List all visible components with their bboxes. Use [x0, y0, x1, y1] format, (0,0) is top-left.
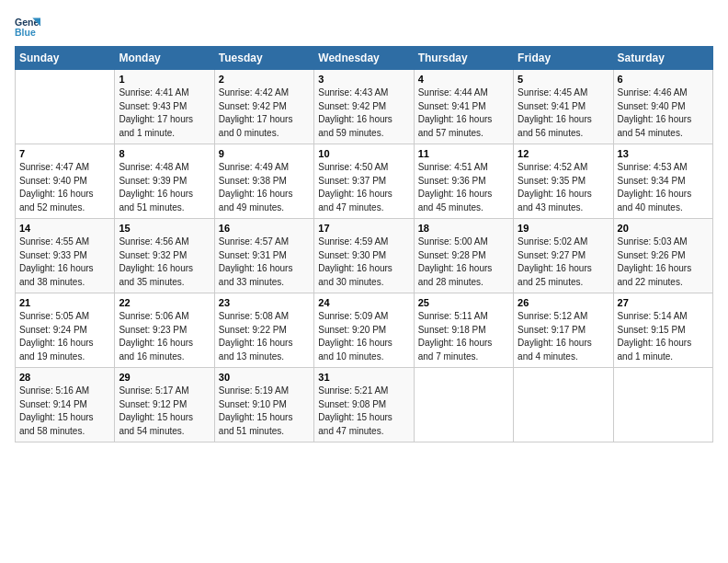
day-number: 17	[318, 223, 409, 234]
day-info: Sunrise: 5:05 AM Sunset: 9:24 PM Dayligh…	[19, 310, 110, 363]
day-number: 15	[119, 223, 210, 234]
day-info: Sunrise: 4:43 AM Sunset: 9:42 PM Dayligh…	[318, 86, 409, 140]
day-info: Sunrise: 5:16 AM Sunset: 9:14 PM Dayligh…	[19, 385, 110, 438]
day-info: Sunrise: 4:59 AM Sunset: 9:30 PM Dayligh…	[318, 236, 409, 289]
calendar-cell	[514, 368, 613, 442]
day-info: Sunrise: 4:47 AM Sunset: 9:40 PM Dayligh…	[19, 161, 110, 214]
calendar-week-5: 28Sunrise: 5:16 AM Sunset: 9:14 PM Dayli…	[16, 368, 713, 442]
day-info: Sunrise: 4:49 AM Sunset: 9:38 PM Dayligh…	[219, 161, 310, 214]
day-info: Sunrise: 4:51 AM Sunset: 9:36 PM Dayligh…	[418, 161, 509, 214]
calendar-cell: 24Sunrise: 5:09 AM Sunset: 9:20 PM Dayli…	[314, 293, 414, 368]
calendar-cell: 27Sunrise: 5:14 AM Sunset: 9:15 PM Dayli…	[613, 293, 712, 368]
day-number: 10	[318, 148, 409, 159]
calendar-cell: 26Sunrise: 5:12 AM Sunset: 9:17 PM Dayli…	[514, 293, 613, 368]
weekday-header-sunday: Sunday	[16, 47, 115, 70]
calendar-cell: 31Sunrise: 5:21 AM Sunset: 9:08 PM Dayli…	[314, 368, 414, 442]
calendar-cell: 22Sunrise: 5:06 AM Sunset: 9:23 PM Dayli…	[115, 293, 214, 368]
calendar-cell: 23Sunrise: 5:08 AM Sunset: 9:22 PM Dayli…	[214, 293, 313, 368]
calendar-week-1: 1Sunrise: 4:41 AM Sunset: 9:43 PM Daylig…	[16, 70, 713, 144]
day-info: Sunrise: 5:08 AM Sunset: 9:22 PM Dayligh…	[219, 310, 310, 363]
day-number: 22	[119, 297, 210, 308]
day-info: Sunrise: 5:19 AM Sunset: 9:10 PM Dayligh…	[219, 385, 310, 438]
calendar-week-3: 14Sunrise: 4:55 AM Sunset: 9:33 PM Dayli…	[16, 219, 713, 293]
calendar-cell: 5Sunrise: 4:45 AM Sunset: 9:41 PM Daylig…	[514, 70, 613, 144]
calendar-week-2: 7Sunrise: 4:47 AM Sunset: 9:40 PM Daylig…	[16, 144, 713, 219]
day-info: Sunrise: 4:53 AM Sunset: 9:34 PM Dayligh…	[618, 161, 709, 214]
calendar-cell: 3Sunrise: 4:43 AM Sunset: 9:42 PM Daylig…	[314, 70, 414, 144]
calendar-cell: 12Sunrise: 4:52 AM Sunset: 9:35 PM Dayli…	[514, 144, 613, 219]
day-info: Sunrise: 5:03 AM Sunset: 9:26 PM Dayligh…	[618, 236, 709, 289]
calendar-week-4: 21Sunrise: 5:05 AM Sunset: 9:24 PM Dayli…	[16, 293, 713, 368]
header-row-days: SundayMondayTuesdayWednesdayThursdayFrid…	[16, 47, 713, 70]
calendar-cell: 29Sunrise: 5:17 AM Sunset: 9:12 PM Dayli…	[115, 368, 214, 442]
calendar-cell: 2Sunrise: 4:42 AM Sunset: 9:42 PM Daylig…	[214, 70, 313, 144]
day-number: 30	[219, 372, 310, 383]
day-number: 27	[618, 297, 709, 308]
day-number: 21	[19, 297, 110, 308]
day-number: 5	[518, 74, 609, 85]
day-info: Sunrise: 4:56 AM Sunset: 9:32 PM Dayligh…	[119, 236, 210, 289]
day-number: 28	[19, 372, 110, 383]
calendar-cell: 30Sunrise: 5:19 AM Sunset: 9:10 PM Dayli…	[214, 368, 313, 442]
calendar-cell: 20Sunrise: 5:03 AM Sunset: 9:26 PM Dayli…	[613, 219, 712, 293]
day-info: Sunrise: 4:48 AM Sunset: 9:39 PM Dayligh…	[119, 161, 210, 214]
day-number: 2	[219, 74, 310, 85]
page-container: General Blue SundayMondayTuesdayWednesda…	[0, 0, 728, 452]
calendar-cell: 10Sunrise: 4:50 AM Sunset: 9:37 PM Dayli…	[314, 144, 414, 219]
day-info: Sunrise: 4:57 AM Sunset: 9:31 PM Dayligh…	[219, 236, 310, 289]
day-number: 16	[219, 223, 310, 234]
day-info: Sunrise: 4:50 AM Sunset: 9:37 PM Dayligh…	[318, 161, 409, 214]
day-number: 13	[618, 148, 709, 159]
calendar-cell: 6Sunrise: 4:46 AM Sunset: 9:40 PM Daylig…	[613, 70, 712, 144]
calendar-cell	[613, 368, 712, 442]
logo: General Blue	[15, 15, 44, 40]
calendar-cell: 16Sunrise: 4:57 AM Sunset: 9:31 PM Dayli…	[214, 219, 313, 293]
day-info: Sunrise: 5:14 AM Sunset: 9:15 PM Dayligh…	[618, 310, 709, 363]
day-number: 11	[418, 148, 509, 159]
day-number: 29	[119, 372, 210, 383]
day-number: 14	[19, 223, 110, 234]
day-number: 4	[418, 74, 509, 85]
day-number: 9	[219, 148, 310, 159]
weekday-header-saturday: Saturday	[613, 47, 712, 70]
weekday-header-tuesday: Tuesday	[214, 47, 313, 70]
day-info: Sunrise: 4:41 AM Sunset: 9:43 PM Dayligh…	[119, 86, 210, 140]
svg-text:Blue: Blue	[15, 27, 36, 38]
calendar-cell: 7Sunrise: 4:47 AM Sunset: 9:40 PM Daylig…	[16, 144, 115, 219]
day-info: Sunrise: 5:06 AM Sunset: 9:23 PM Dayligh…	[119, 310, 210, 363]
calendar-cell: 17Sunrise: 4:59 AM Sunset: 9:30 PM Dayli…	[314, 219, 414, 293]
day-info: Sunrise: 5:00 AM Sunset: 9:28 PM Dayligh…	[418, 236, 509, 289]
day-number: 20	[618, 223, 709, 234]
day-info: Sunrise: 4:45 AM Sunset: 9:41 PM Dayligh…	[518, 86, 609, 140]
day-info: Sunrise: 5:02 AM Sunset: 9:27 PM Dayligh…	[518, 236, 609, 289]
day-number: 3	[318, 74, 409, 85]
day-number: 23	[219, 297, 310, 308]
day-number: 18	[418, 223, 509, 234]
day-info: Sunrise: 4:46 AM Sunset: 9:40 PM Dayligh…	[618, 86, 709, 140]
day-number: 24	[318, 297, 409, 308]
calendar-cell	[16, 70, 115, 144]
calendar-cell: 19Sunrise: 5:02 AM Sunset: 9:27 PM Dayli…	[514, 219, 613, 293]
logo-icon: General Blue	[15, 15, 40, 40]
day-info: Sunrise: 5:11 AM Sunset: 9:18 PM Dayligh…	[418, 310, 509, 363]
weekday-header-thursday: Thursday	[414, 47, 513, 70]
day-info: Sunrise: 5:09 AM Sunset: 9:20 PM Dayligh…	[318, 310, 409, 363]
day-number: 6	[618, 74, 709, 85]
day-info: Sunrise: 5:21 AM Sunset: 9:08 PM Dayligh…	[318, 385, 409, 438]
weekday-header-monday: Monday	[115, 47, 214, 70]
day-number: 31	[318, 372, 409, 383]
weekday-header-wednesday: Wednesday	[314, 47, 414, 70]
calendar-cell: 8Sunrise: 4:48 AM Sunset: 9:39 PM Daylig…	[115, 144, 214, 219]
calendar-cell: 21Sunrise: 5:05 AM Sunset: 9:24 PM Dayli…	[16, 293, 115, 368]
day-number: 26	[518, 297, 609, 308]
day-number: 8	[119, 148, 210, 159]
weekday-header-friday: Friday	[514, 47, 613, 70]
day-number: 12	[518, 148, 609, 159]
day-number: 7	[19, 148, 110, 159]
calendar-cell: 13Sunrise: 4:53 AM Sunset: 9:34 PM Dayli…	[613, 144, 712, 219]
day-info: Sunrise: 5:17 AM Sunset: 9:12 PM Dayligh…	[119, 385, 210, 438]
calendar-cell: 1Sunrise: 4:41 AM Sunset: 9:43 PM Daylig…	[115, 70, 214, 144]
day-number: 1	[119, 74, 210, 85]
day-info: Sunrise: 4:55 AM Sunset: 9:33 PM Dayligh…	[19, 236, 110, 289]
calendar-cell: 28Sunrise: 5:16 AM Sunset: 9:14 PM Dayli…	[16, 368, 115, 442]
